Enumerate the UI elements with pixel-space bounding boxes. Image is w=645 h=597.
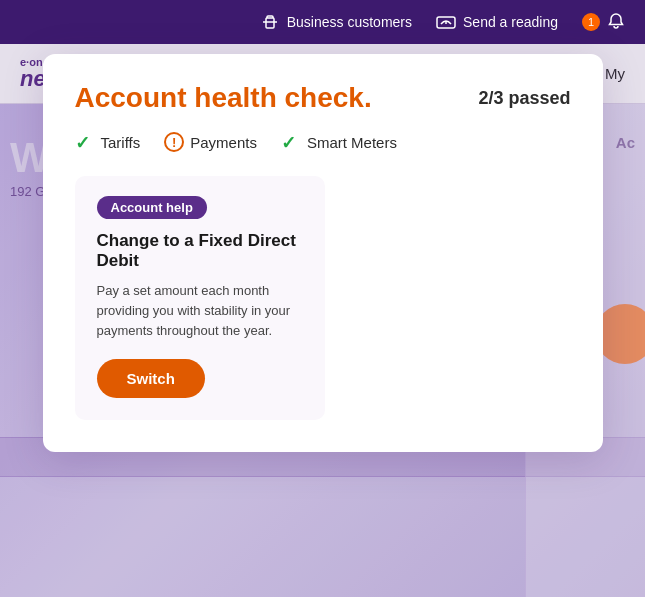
check-icon: ✓ bbox=[75, 132, 95, 152]
send-reading-label: Send a reading bbox=[463, 14, 558, 30]
check-icon: ✓ bbox=[281, 132, 301, 152]
notification-badge: 1 bbox=[582, 13, 600, 31]
card-title: Change to a Fixed Direct Debit bbox=[97, 231, 303, 271]
bell-icon bbox=[607, 12, 625, 33]
status-payments-label: Payments bbox=[190, 134, 257, 151]
meter-icon bbox=[436, 12, 456, 32]
status-row: ✓ Tariffs ! Payments ✓ Smart Meters bbox=[75, 132, 571, 152]
svg-rect-0 bbox=[266, 18, 274, 28]
warning-icon: ! bbox=[164, 132, 184, 152]
modal-title: Account health check. bbox=[75, 82, 372, 114]
health-check-modal: Account health check. 2/3 passed ✓ Tarif… bbox=[43, 54, 603, 452]
modal-overlay: Account health check. 2/3 passed ✓ Tarif… bbox=[0, 44, 645, 597]
status-smart-meters: ✓ Smart Meters bbox=[281, 132, 397, 152]
notifications-button[interactable]: 1 bbox=[582, 12, 625, 33]
business-customers-link[interactable]: Business customers bbox=[260, 12, 412, 32]
status-smart-meters-label: Smart Meters bbox=[307, 134, 397, 151]
top-bar: Business customers Send a reading 1 bbox=[0, 0, 645, 44]
send-reading-link[interactable]: Send a reading bbox=[436, 12, 558, 32]
account-help-card: Account help Change to a Fixed Direct De… bbox=[75, 176, 325, 420]
card-badge: Account help bbox=[97, 196, 207, 219]
modal-header: Account health check. 2/3 passed bbox=[75, 82, 571, 114]
status-tariffs-label: Tariffs bbox=[101, 134, 141, 151]
switch-button[interactable]: Switch bbox=[97, 359, 205, 398]
status-payments: ! Payments bbox=[164, 132, 257, 152]
briefcase-icon bbox=[260, 12, 280, 32]
modal-score: 2/3 passed bbox=[478, 88, 570, 109]
card-body: Pay a set amount each month providing yo… bbox=[97, 281, 303, 341]
business-customers-label: Business customers bbox=[287, 14, 412, 30]
status-tariffs: ✓ Tariffs bbox=[75, 132, 141, 152]
